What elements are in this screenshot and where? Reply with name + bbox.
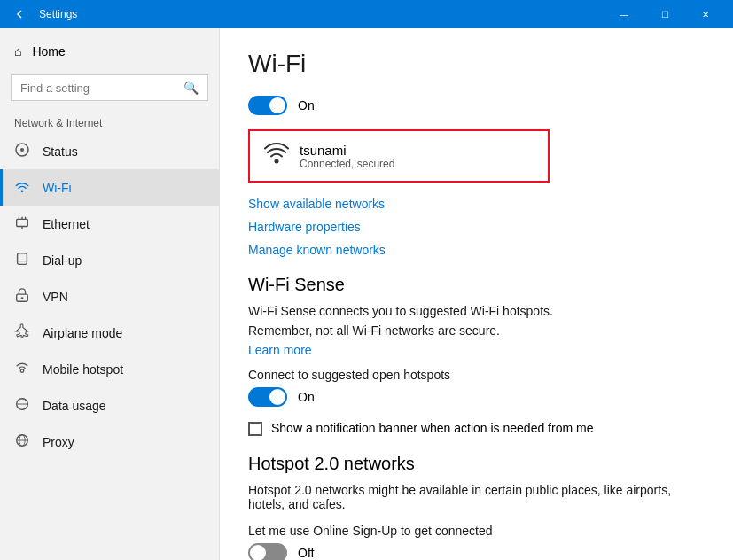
- online-toggle-label: Off: [298, 546, 314, 560]
- hotspot-title: Hotspot 2.0 networks: [248, 454, 705, 474]
- wifi-toggle-row: On: [248, 96, 705, 115]
- connect-toggle-row: On: [248, 387, 705, 407]
- search-box[interactable]: 🔍: [11, 74, 208, 101]
- svg-point-1: [20, 148, 24, 152]
- online-signup-label: Let me use Online Sign-Up to get connect…: [248, 524, 705, 538]
- search-icon: 🔍: [183, 81, 199, 95]
- online-toggle[interactable]: [248, 543, 287, 560]
- svg-rect-7: [18, 253, 27, 265]
- wifi-toggle[interactable]: [248, 96, 287, 115]
- sidebar-item-vpn-label: VPN: [43, 290, 68, 304]
- sidebar: ⌂ Home 🔍 Network & Internet Status: [0, 28, 220, 560]
- vpn-icon: [14, 287, 30, 306]
- window-controls: — ☐ ✕: [604, 0, 726, 28]
- home-label: Home: [32, 44, 65, 58]
- titlebar: Settings — ☐ ✕: [0, 0, 733, 28]
- wifi-toggle-label: On: [298, 98, 315, 113]
- connect-hotspots-label: Connect to suggested open hotspots: [248, 368, 705, 382]
- sidebar-item-dialup[interactable]: Dial-up: [0, 242, 219, 278]
- connect-toggle-label: On: [298, 390, 315, 404]
- proxy-icon: [14, 432, 30, 451]
- close-button[interactable]: ✕: [685, 0, 726, 28]
- online-toggle-row: Off: [248, 543, 705, 560]
- app-title: Settings: [39, 8, 604, 20]
- svg-point-10: [21, 297, 24, 299]
- sidebar-item-ethernet-label: Ethernet: [43, 217, 90, 231]
- learn-more-link[interactable]: Learn more: [248, 343, 705, 357]
- sidebar-item-hotspot[interactable]: Mobile hotspot: [0, 351, 219, 387]
- app-body: ⌂ Home 🔍 Network & Internet Status: [0, 28, 733, 560]
- sidebar-item-hotspot-label: Mobile hotspot: [43, 362, 123, 377]
- wifi-sense-desc2: Remember, not all Wi-Fi networks are sec…: [248, 323, 705, 338]
- ethernet-icon: [14, 214, 30, 233]
- sidebar-item-proxy[interactable]: Proxy: [0, 424, 219, 460]
- maximize-button[interactable]: ☐: [644, 0, 685, 28]
- network-status: Connected, secured: [300, 158, 394, 170]
- sidebar-item-status[interactable]: Status: [0, 133, 219, 169]
- connect-toggle[interactable]: [248, 387, 287, 407]
- datausage-icon: [14, 396, 30, 415]
- notification-checkbox[interactable]: [248, 422, 262, 436]
- airplane-icon: [14, 323, 30, 342]
- connected-network-box[interactable]: tsunami Connected, secured: [248, 129, 550, 183]
- sidebar-item-ethernet[interactable]: Ethernet: [0, 206, 219, 242]
- content-area: Wi-Fi On tsunami Connected, secured Sho: [220, 28, 733, 560]
- network-name: tsunami: [300, 143, 394, 158]
- status-icon: [14, 142, 30, 160]
- back-button[interactable]: [7, 2, 32, 27]
- sidebar-item-vpn[interactable]: VPN: [0, 278, 219, 315]
- connected-wifi-icon: [264, 142, 289, 170]
- page-title: Wi-Fi: [248, 50, 705, 78]
- show-networks-link[interactable]: Show available networks: [248, 197, 705, 211]
- dialup-icon: [14, 251, 30, 269]
- search-input[interactable]: [20, 82, 176, 95]
- manage-networks-link[interactable]: Manage known networks: [248, 243, 705, 257]
- home-icon: ⌂: [14, 44, 21, 58]
- svg-rect-2: [17, 219, 28, 226]
- minimize-button[interactable]: —: [604, 0, 644, 28]
- hardware-properties-link[interactable]: Hardware properties: [248, 220, 705, 234]
- sidebar-item-dialup-label: Dial-up: [43, 253, 82, 268]
- notification-checkbox-row: Show a notification banner when action i…: [248, 421, 705, 436]
- svg-point-11: [20, 369, 24, 373]
- wifi-sense-desc1: Wi-Fi Sense connects you to suggested Wi…: [248, 304, 705, 318]
- network-info: tsunami Connected, secured: [300, 143, 394, 170]
- wifi-sense-title: Wi-Fi Sense: [248, 275, 705, 295]
- sidebar-item-datausage[interactable]: Data usage: [0, 387, 219, 424]
- hotspot-icon: [14, 360, 30, 378]
- sidebar-item-proxy-label: Proxy: [43, 435, 74, 449]
- sidebar-section-label: Network & Internet: [0, 108, 219, 133]
- sidebar-item-airplane-label: Airplane mode: [43, 326, 122, 340]
- notification-checkbox-label: Show a notification banner when action i…: [271, 421, 593, 435]
- svg-point-17: [275, 159, 279, 164]
- sidebar-item-home[interactable]: ⌂ Home: [0, 35, 219, 67]
- sidebar-item-airplane[interactable]: Airplane mode: [0, 315, 219, 351]
- sidebar-item-datausage-label: Data usage: [43, 399, 106, 413]
- sidebar-item-wifi-label: Wi-Fi: [43, 181, 72, 195]
- hotspot-desc: Hotspot 2.0 networks might be available …: [248, 483, 705, 511]
- wifi-icon: [14, 178, 30, 197]
- sidebar-item-status-label: Status: [43, 144, 78, 159]
- sidebar-item-wifi[interactable]: Wi-Fi: [0, 169, 219, 206]
